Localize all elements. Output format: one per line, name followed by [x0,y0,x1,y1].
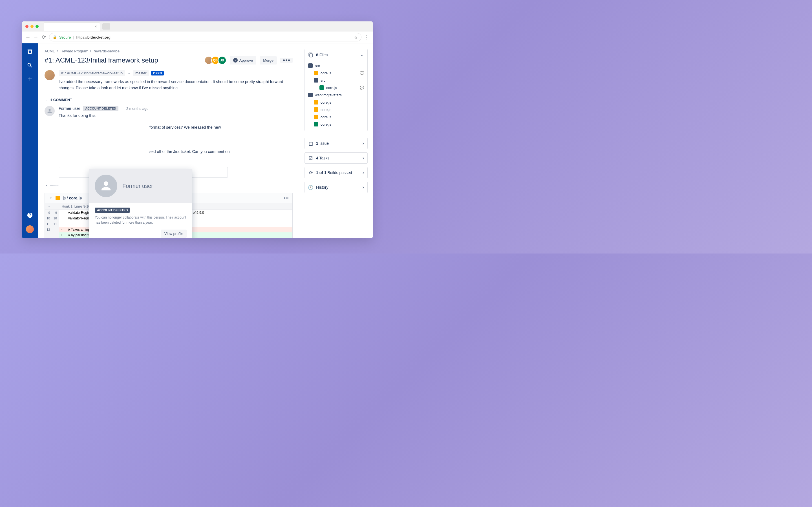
tab-bar: × [22,21,373,32]
account-deleted-badge: ACCOUNT DELETED [83,106,118,111]
tree-row[interactable]: core.js [308,106,364,113]
pr-header: #1: ACME-123/Initial framework setup QB … [45,56,293,64]
minimize-window-button[interactable] [31,25,34,28]
popover-body: ACCOUNT DELETED You can no longer collab… [89,203,192,230]
url-text: https://bitbucket.org [77,35,110,40]
maximize-window-button[interactable] [36,25,39,28]
tree-row[interactable]: core.js [308,121,364,128]
popover-name: Former user [122,183,153,189]
url-field[interactable]: 🔒 Secure | https://bitbucket.org ☆ [49,33,361,41]
branch-row: #1: ACME-123/initial-framework-setup → m… [59,70,293,76]
comment-avatar[interactable] [45,106,55,116]
comment-text-fragment: xxxxxxxxxxxxxxxxxxxxxxxxxxxxxxxxxxxxxxxx… [59,149,293,155]
comment-text: Thanks for doing this. [59,113,293,119]
approve-button[interactable]: ✓Approve [230,56,256,64]
history-icon: 🕐 [308,185,313,190]
breadcrumb-link[interactable]: Reward Program [61,49,88,53]
browser-tab[interactable]: × [44,22,100,31]
lock-icon: 🔒 [53,35,57,39]
popover-avatar [95,175,117,197]
tree-row[interactable]: web/img/avatars [308,91,364,99]
reviewer-avatars: QB JB [206,56,226,64]
new-tab-button[interactable] [102,23,110,30]
chevron-right-icon: › [363,185,364,190]
tree-item-name: core.js [320,100,331,105]
search-icon[interactable] [27,62,33,69]
close-window-button[interactable] [26,25,29,28]
create-icon[interactable] [27,75,33,82]
chevron-right-icon: › [363,170,364,175]
tree-row[interactable]: src [308,62,364,69]
help-icon[interactable] [27,212,33,219]
user-avatar[interactable] [26,225,34,233]
sidebar: 8 Files ⌄ srccore.js💬srccore.js💬web/img/… [299,43,373,238]
files-panel-header[interactable]: 8 Files ⌄ [305,49,367,60]
file-tree: srccore.js💬srccore.js💬web/img/avatarscor… [305,60,367,131]
mod-icon [314,71,318,75]
chevron-right-icon: › [363,141,364,146]
pr-content: ACME/ Reward Program/ rewards-service #1… [38,43,299,238]
tree-row[interactable]: core.js [308,99,364,106]
tree-row[interactable]: core.js💬 [308,84,364,91]
comment-text-fragment: xxxxxxxxxxxxxxxxxxxxxxxxxxxxxxxxxxxxxxxx… [59,124,293,131]
back-button[interactable]: ← [26,35,31,40]
build-icon: ⟳ [308,170,313,175]
tree-item-name: core.js [320,108,331,112]
file-more-button[interactable] [284,198,289,199]
panel-label: History [316,185,328,189]
browser-window: × ← → ⟳ 🔒 Secure | https://bitbucket.org… [22,21,373,238]
tree-item-name: core.js [320,122,331,126]
breadcrumb-link[interactable]: rewards-service [94,49,119,53]
add-icon [319,86,324,90]
panel-label: 1 of 1 Builds passed [316,170,352,175]
file-modified-icon [56,196,60,200]
comment-author: Former user [59,106,80,111]
builds passed-panel-header[interactable]: ⟳1 of 1 Builds passed› [305,167,367,178]
breadcrumb: ACME/ Reward Program/ rewards-service [45,49,293,53]
merge-button[interactable]: Merge [260,56,277,64]
reload-button[interactable]: ⟳ [41,35,46,40]
app-root: ACME/ Reward Program/ rewards-service #1… [22,43,373,238]
chevron-down-icon: ⌄ [360,52,364,57]
tree-item-name: src [315,64,320,68]
product-logo-icon[interactable] [27,48,33,55]
address-bar: ← → ⟳ 🔒 Secure | https://bitbucket.org ☆… [22,32,373,43]
add-icon [314,122,318,126]
history-panel-header[interactable]: 🕐History› [305,182,367,193]
pr-description-text: I've added the necessary frameworks as s… [59,79,293,91]
chevron-right-icon [45,184,48,187]
bookmark-icon[interactable]: ☆ [354,35,358,40]
popover-header: Former user [89,169,192,203]
tree-item-name: core.js [320,115,331,119]
tree-row[interactable]: src [308,76,364,84]
source-branch[interactable]: #1: ACME-123/initial-framework-setup [59,70,125,76]
folder-icon [314,78,318,82]
author-avatar[interactable] [45,70,55,80]
tasks-panel-header[interactable]: ☑4 Tasks› [305,153,367,163]
separator: | [73,35,74,40]
popover-description: You can no longer collaborate with this … [95,215,187,225]
comment-icon: 💬 [360,71,364,75]
avatar[interactable]: JB [218,56,226,64]
forward-button[interactable]: → [33,35,38,40]
chevron-down-icon [45,98,48,102]
issue-panel-header[interactable]: ◫1 Issue› [305,138,367,149]
more-actions-button[interactable] [280,58,293,63]
file-path: js / core.js [63,196,82,200]
close-tab-icon[interactable]: × [95,24,97,29]
tree-row[interactable]: core.js [308,113,364,121]
mod-icon [314,115,318,119]
comment: Former user ACCOUNT DELETED 2 months ago… [45,106,293,155]
pr-description-block: #1: ACME-123/initial-framework-setup → m… [45,70,293,91]
tree-item-name: src [320,78,325,82]
browser-menu-icon[interactable]: ⋮ [364,34,369,40]
window-controls [26,25,39,28]
mod-icon [314,100,318,105]
folder-icon [308,63,313,68]
view-profile-button[interactable]: View profile [161,230,187,238]
comments-heading[interactable]: 1 COMMENT [45,98,293,102]
pr-title: #1: ACME-123/Initial framework setup [45,56,203,64]
tree-row[interactable]: core.js💬 [308,69,364,76]
target-branch[interactable]: master [133,70,149,76]
breadcrumb-link[interactable]: ACME [45,49,55,53]
